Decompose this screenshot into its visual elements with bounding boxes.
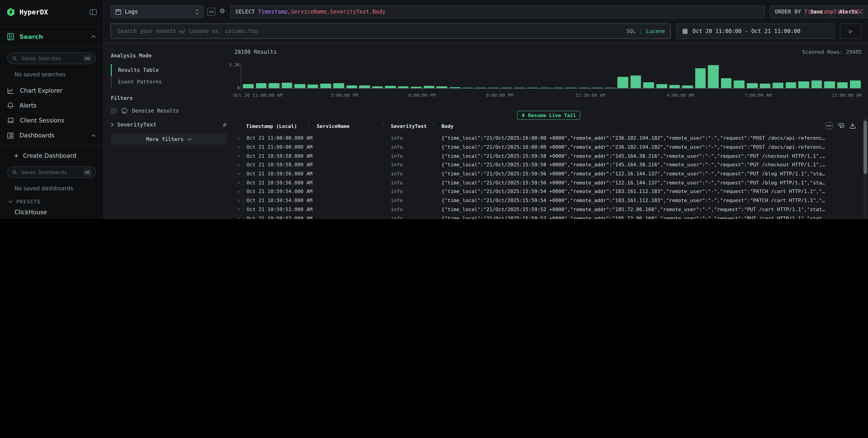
table-row[interactable]: ›Oct 21 10:59:56.000 AMinfo{"time_local"… — [234, 169, 857, 178]
denoise-checkbox[interactable] — [111, 108, 117, 114]
histogram-bar[interactable] — [385, 86, 396, 88]
histogram-bar[interactable] — [308, 85, 318, 88]
histogram-bar[interactable] — [488, 88, 499, 88]
col-header-severitytext[interactable]: SeverityText⋮ — [387, 122, 437, 131]
table-row[interactable]: ›Oct 21 10:59:58.000 AMinfo{"time_local"… — [234, 151, 857, 161]
histogram-bar[interactable] — [372, 86, 383, 88]
sidebar-item-search[interactable]: Search — [0, 26, 103, 47]
sidebar-item-client-sessions[interactable]: Client Sessions — [7, 113, 96, 128]
saved-dashboards-input[interactable]: ⌘K — [7, 166, 96, 178]
histogram-bar[interactable] — [644, 82, 654, 88]
histogram-bar[interactable] — [514, 88, 525, 88]
histogram-bar[interactable] — [243, 84, 253, 88]
histogram-bar[interactable] — [475, 88, 486, 88]
gear-icon[interactable]: ⚙ — [219, 7, 225, 14]
histogram-bar[interactable] — [450, 87, 460, 88]
more-filters-button[interactable]: More filters — [111, 134, 227, 145]
create-dashboard-button[interactable]: + Create Dashboard — [7, 148, 96, 163]
sql-mode-toggle[interactable]: SQL — [626, 28, 636, 34]
col-header-timestamp[interactable]: Timestamp (Local)⋮ — [243, 122, 313, 131]
tab-results-table[interactable]: Results Table — [111, 64, 227, 76]
histogram-bar[interactable] — [734, 80, 745, 88]
saved-searches-input[interactable]: ⌘K — [7, 53, 96, 64]
histogram-bar[interactable] — [463, 88, 473, 88]
histogram-bar[interactable] — [333, 83, 344, 88]
histogram-bar[interactable] — [747, 83, 757, 88]
histogram-bar[interactable] — [798, 81, 809, 88]
table-row[interactable]: ›Oct 21 10:59:54.000 AMinfo{"time_local"… — [234, 187, 857, 196]
table-row[interactable]: ›Oct 21 10:59:52.000 AMinfo{"time_local"… — [234, 214, 857, 219]
presets-toggle[interactable]: PRESETS — [8, 199, 96, 204]
source-select[interactable]: Logs — [111, 5, 204, 18]
vertical-scrollbar[interactable] — [864, 116, 867, 219]
histogram-bar[interactable] — [540, 88, 551, 88]
facet-severitytext[interactable]: SeverityText — [111, 122, 227, 128]
sidebar-item-dashboards[interactable]: Dashboards — [7, 128, 96, 143]
date-range-picker[interactable]: Oct 20 11:00:00 - Oct 21 11:00:00 — [676, 24, 835, 39]
histogram-bar[interactable] — [682, 86, 693, 88]
lucene-mode-toggle[interactable]: Lucene — [646, 28, 665, 34]
histogram-bar[interactable] — [669, 85, 680, 88]
resume-live-tail-button[interactable]: Resume Live Tail — [517, 111, 581, 120]
table-row[interactable]: ›Oct 21 10:59:56.000 AMinfo{"time_local"… — [234, 178, 857, 187]
histogram-bar[interactable] — [630, 76, 641, 88]
col-header-servicename[interactable]: ServiceName⋮ — [313, 122, 387, 131]
wrap-lines-icon[interactable] — [838, 123, 844, 128]
histogram-bar[interactable] — [566, 88, 577, 88]
histogram-bar[interactable] — [501, 88, 512, 88]
histogram-bar[interactable] — [708, 65, 719, 88]
histogram-bar[interactable] — [346, 86, 357, 88]
histogram-bar[interactable] — [295, 84, 305, 88]
histogram-bar[interactable] — [850, 80, 861, 88]
histogram-bar[interactable] — [553, 88, 564, 88]
sidebar-item-clickhouse[interactable]: ClickHouse — [7, 207, 96, 217]
histogram-bar[interactable] — [618, 77, 628, 88]
save-button[interactable]: Save — [805, 5, 828, 18]
column-resize-handle[interactable]: ⋮ — [307, 124, 311, 125]
histogram-bar[interactable] — [398, 86, 409, 88]
histogram-bar[interactable] — [437, 86, 447, 88]
table-row[interactable]: ›Oct 21 10:59:54.000 AMinfo{"time_local"… — [234, 196, 857, 205]
download-icon[interactable] — [849, 123, 856, 129]
sql-editor-icon[interactable]: <> — [207, 8, 215, 16]
histogram-bar[interactable] — [837, 82, 848, 88]
column-resize-handle[interactable]: ⋮ — [432, 124, 436, 125]
histogram-bar[interactable] — [527, 88, 538, 88]
select-columns-input[interactable]: SELECT Timestamp,ServiceName,SeverityTex… — [230, 5, 765, 18]
table-row[interactable]: ›Oct 21 11:00:00.000 AMinfo{"time_local"… — [234, 143, 857, 151]
saved-dashboards-field[interactable] — [20, 169, 80, 175]
table-row[interactable]: ›Oct 21 11:00:00.000 AMinfo{"time_local"… — [234, 134, 857, 143]
sidebar-item-services[interactable]: Services — [7, 217, 96, 219]
histogram-bar[interactable] — [320, 83, 331, 88]
lucene-search-bar[interactable]: SQL | Lucene — [111, 24, 671, 39]
tab-event-patterns[interactable]: Event Patterns — [111, 76, 227, 88]
histogram-bar[interactable] — [721, 78, 732, 88]
search-input[interactable] — [116, 28, 622, 35]
alerts-button[interactable]: Alerts — [834, 5, 863, 18]
histogram-bar[interactable] — [269, 83, 279, 88]
pin-icon[interactable] — [221, 122, 227, 128]
histogram-bar[interactable] — [411, 87, 422, 88]
histogram-bar[interactable] — [785, 82, 796, 88]
histogram-bar[interactable] — [773, 83, 783, 88]
histogram-bar[interactable] — [282, 83, 292, 88]
histogram-bar[interactable] — [592, 88, 602, 88]
histogram-bar[interactable] — [695, 68, 706, 88]
table-row[interactable]: ›Oct 21 10:59:52.000 AMinfo{"time_local"… — [234, 205, 857, 214]
histogram-bar[interactable] — [359, 86, 370, 88]
histogram-bar[interactable] — [424, 86, 434, 88]
histogram-bar[interactable] — [811, 81, 822, 88]
histogram-bar[interactable] — [760, 83, 770, 88]
col-header-body[interactable]: Body — [437, 122, 857, 131]
view-sql-icon[interactable]: <> — [826, 122, 833, 129]
histogram-bar[interactable] — [579, 88, 589, 88]
histogram-bar[interactable] — [824, 81, 835, 88]
run-query-button[interactable]: ▷ — [840, 24, 862, 39]
collapse-sidebar-icon[interactable] — [90, 9, 97, 15]
histogram-bar[interactable] — [256, 83, 267, 88]
histogram-bar[interactable] — [656, 84, 667, 88]
column-resize-handle[interactable]: ⋮ — [381, 124, 385, 125]
table-row[interactable]: ›Oct 21 10:59:58.000 AMinfo{"time_local"… — [234, 161, 857, 169]
denoise-results-option[interactable]: Denoise Results — [111, 108, 227, 114]
saved-searches-field[interactable] — [20, 55, 80, 62]
